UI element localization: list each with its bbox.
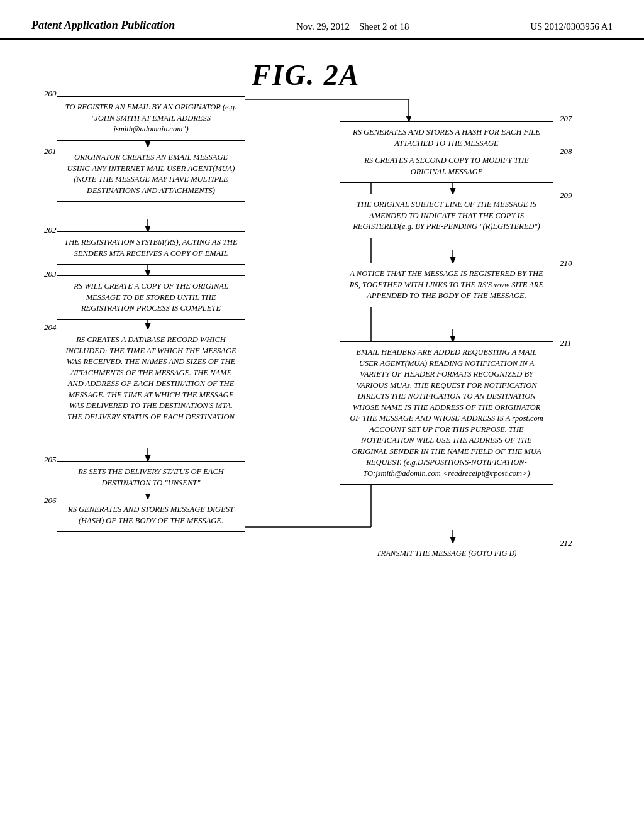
patent-number: US 2012/0303956 A1: [530, 19, 613, 32]
ref-206: 206: [44, 495, 57, 506]
ref-211: 211: [560, 338, 572, 348]
box-208: RS CREATES A SECOND COPY TO MODIFY THE O…: [340, 150, 553, 183]
ref-209: 209: [560, 191, 572, 201]
publication-title: Patent Application Publication: [31, 19, 175, 32]
ref-200: 200: [44, 89, 57, 99]
box-205: RS SETS THE DELIVERY STATUS OF EACH DEST…: [57, 461, 245, 494]
ref-203: 203: [44, 269, 57, 279]
box-206: RS GENERATES AND STORES MESSAGE DIGEST (…: [57, 499, 245, 532]
ref-205: 205: [44, 455, 57, 465]
sheet-info: Sheet 2 of 18: [359, 21, 409, 31]
box-212: TRANSMIT THE MESSAGE (GOTO FIG B): [365, 543, 528, 565]
box-211: EMAIL HEADERS ARE ADDED REQUESTING A MAI…: [340, 341, 553, 485]
main-content: FIG. 2A: [0, 40, 644, 800]
ref-202: 202: [44, 225, 57, 235]
box-202: THE REGISTRATION SYSTEM(RS), ACTING AS T…: [57, 231, 245, 265]
publication-date-sheet: Nov. 29, 2012 Sheet 2 of 18: [296, 19, 409, 32]
box-200: TO REGISTER AN EMAIL BY AN ORIGINATOR (e…: [57, 96, 245, 141]
ref-201: 201: [44, 147, 57, 157]
box-210: A NOTICE THAT THE MESSAGE IS REGISTERED …: [340, 263, 553, 307]
ref-212: 212: [560, 538, 572, 548]
flow-diagram: 200 TO REGISTER AN EMAIL BY AN ORIGINATO…: [31, 58, 613, 782]
ref-210: 210: [560, 258, 572, 268]
box-204: RS CREATES A DATABASE RECORD WHICH INCLU…: [57, 329, 245, 428]
page-header: Patent Application Publication Nov. 29, …: [0, 0, 644, 40]
ref-207: 207: [560, 114, 572, 124]
box-203: RS WILL CREATE A COPY OF THE ORIGINAL ME…: [57, 275, 245, 320]
box-209: THE ORIGINAL SUBJECT LINE OF THE MESSAGE…: [340, 194, 553, 238]
ref-208: 208: [560, 147, 572, 157]
publication-date: Nov. 29, 2012: [296, 21, 350, 31]
ref-204: 204: [44, 323, 57, 333]
box-201: ORIGINATOR CREATES AN EMAIL MESSAGE USIN…: [57, 147, 245, 202]
